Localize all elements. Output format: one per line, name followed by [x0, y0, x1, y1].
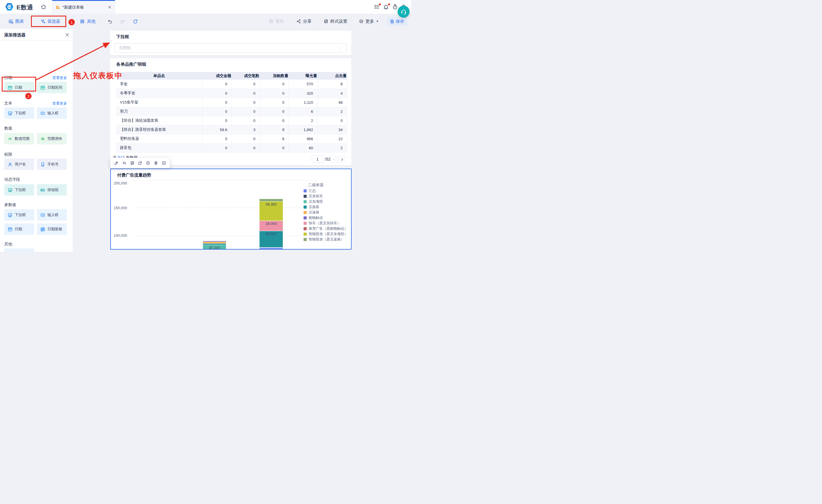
- filter-tile-dynamic-dropdown[interactable]: 下拉框: [4, 184, 34, 195]
- redo-icon[interactable]: [120, 19, 125, 24]
- calendar-icon: [8, 85, 12, 90]
- table-row: 路亚包000602: [116, 143, 347, 152]
- app-logo-text: E数通: [16, 3, 33, 11]
- promotion-table: 单品名 成交金额 成交笔数 加购数量 曝光量 点击量 手套0005706 冬季手…: [116, 72, 347, 153]
- bar-segment: [203, 241, 226, 241]
- gridline-200k: [133, 180, 318, 180]
- filter-select[interactable]: 无限制: [114, 43, 347, 53]
- delete-icon[interactable]: [154, 161, 158, 165]
- filter-tile-phone[interactable]: 手机号: [37, 159, 67, 170]
- legend-item[interactable]: 购物触点: [304, 215, 323, 220]
- legend-item[interactable]: 京东海投: [304, 199, 323, 204]
- filter-tile-button-group[interactable]: BTN 按钮组: [37, 184, 67, 195]
- add-chart-button[interactable]: 图表: [9, 14, 24, 29]
- prev-page-button[interactable]: [331, 156, 337, 163]
- svg-text:A: A: [42, 112, 43, 114]
- filter-tile-param-input[interactable]: A 输入框: [37, 209, 67, 220]
- edit-icon[interactable]: [114, 161, 118, 165]
- dashboard-tab[interactable]: *新建仪表板: [52, 0, 115, 14]
- timer-icon[interactable]: [392, 4, 398, 10]
- legend-item[interactable]: 智能投放（原京速推）: [304, 237, 344, 242]
- tab-close-icon[interactable]: [108, 5, 111, 9]
- view-more-date-link[interactable]: 查看更多: [52, 75, 67, 80]
- legend-item[interactable]: 快车（原京东快车）: [304, 220, 341, 226]
- filter-tile-param-date[interactable]: 日期: [4, 223, 34, 235]
- share-button[interactable]: 分享: [297, 14, 312, 29]
- more-icon: [359, 19, 364, 24]
- info-icon[interactable]: [146, 161, 150, 165]
- legend-swatch: [304, 211, 307, 214]
- input-box-icon: A: [40, 212, 45, 217]
- legend-title: 二级来源: [308, 182, 324, 187]
- table-row: V15鱼竿架0001,11048: [116, 98, 347, 107]
- chart-widget[interactable]: 付费广告流量趋势 200,000 150,000 100,000 37,247 …: [110, 168, 352, 249]
- select-checkbox-icon[interactable]: [162, 161, 166, 165]
- home-icon[interactable]: [41, 4, 46, 10]
- save-button[interactable]: 保存: [387, 17, 407, 26]
- button-group-icon: BTN: [40, 187, 45, 192]
- filter-tile-query[interactable]: 查询: [4, 248, 34, 252]
- widget-title: 下拉框: [116, 34, 129, 39]
- search-list-icon: [8, 252, 12, 252]
- svg-text:BTN: BTN: [42, 189, 44, 191]
- next-page-button[interactable]: [339, 156, 345, 163]
- bar-segment: 79,416: [260, 248, 283, 249]
- filter-tile-username[interactable]: 用户名: [4, 159, 34, 170]
- export-button[interactable]: 导出: [269, 14, 284, 29]
- dashboard-tab-icon: [56, 5, 60, 10]
- legend-item[interactable]: 京速推: [304, 210, 320, 215]
- other-add-icon: [80, 19, 85, 24]
- table-row: 手套0005706: [116, 80, 347, 89]
- legend-item[interactable]: 智能投放（原京东海投）: [304, 231, 348, 236]
- app-window: E数通 *新建仪表板 图表 筛选器 其他: [0, 0, 411, 252]
- svg-text:A: A: [42, 214, 43, 216]
- dropdown-icon: [8, 111, 12, 116]
- bar-value-label: 79,416: [260, 248, 283, 249]
- more-button[interactable]: 更多 ▼: [359, 14, 379, 29]
- style-settings-button[interactable]: 样式设置: [324, 14, 347, 29]
- filter-panel-title: 添加筛选器: [4, 32, 26, 38]
- filter-tile-dropdown[interactable]: 下拉框: [4, 107, 34, 119]
- user-icon: [8, 162, 12, 167]
- share-icon: [297, 19, 301, 24]
- filter-tile-param-dropdown[interactable]: 下拉框: [4, 209, 34, 220]
- section-label-permission: 权限: [4, 152, 12, 157]
- table-row: 塑料控鱼器00696622: [116, 134, 347, 143]
- legend-item[interactable]: 汇总: [304, 188, 316, 193]
- legend-swatch: [304, 216, 307, 219]
- filter-tile-number-range[interactable]: 数值范围: [4, 133, 34, 144]
- add-filter-button[interactable]: 筛选器: [41, 14, 60, 29]
- bar-segment: 34,362: [260, 201, 283, 220]
- filter-tile-range-slider[interactable]: 范围滑块: [37, 133, 67, 144]
- widget-style-icon[interactable]: [130, 161, 134, 165]
- export-widget-icon[interactable]: [138, 161, 142, 165]
- widget-action-toolbar: [110, 158, 170, 168]
- filter-tile-date-panel[interactable]: 日期面板: [37, 223, 67, 235]
- code-icon: [8, 136, 12, 141]
- add-other-button[interactable]: 其他: [80, 14, 95, 29]
- refresh-icon[interactable]: [133, 19, 138, 24]
- filter-tile-input[interactable]: A 输入框: [37, 107, 67, 119]
- page-number-input[interactable]: [312, 155, 323, 163]
- filter-tile-date[interactable]: 日期: [4, 82, 34, 93]
- chart-add-icon: [9, 19, 13, 24]
- legend-swatch: [304, 238, 307, 241]
- undo-icon[interactable]: [107, 19, 112, 24]
- caret-down-icon: ▼: [376, 20, 379, 23]
- filter-tile-date-range[interactable]: 日期区间: [37, 82, 67, 93]
- edit-toolbar: 图表 筛选器 其他 导出 分享 样式设置 更多 ▼: [0, 14, 411, 29]
- support-chat-button[interactable]: [398, 6, 410, 18]
- legend-item[interactable]: 推荐广告（原购物触点）: [304, 226, 348, 231]
- legend-item[interactable]: 京东快车: [304, 193, 323, 199]
- filter-panel-close-icon[interactable]: [65, 32, 70, 37]
- app-logo-icon: [5, 2, 14, 12]
- table-title: 各单品推广明细: [116, 62, 146, 67]
- bar-segment: [260, 199, 283, 201]
- legend-swatch: [304, 232, 307, 235]
- table-widget: 各单品推广明细 单品名 成交金额 成交笔数 加购数量 曝光量 点击量 手套000…: [110, 58, 351, 165]
- view-more-text-link[interactable]: 查看更多: [52, 101, 67, 106]
- bar-value-label: 34,362: [260, 202, 283, 206]
- y-tick: 100,000: [114, 233, 131, 237]
- legend-item[interactable]: 京挑客: [304, 204, 320, 209]
- sort-icon[interactable]: [122, 161, 126, 165]
